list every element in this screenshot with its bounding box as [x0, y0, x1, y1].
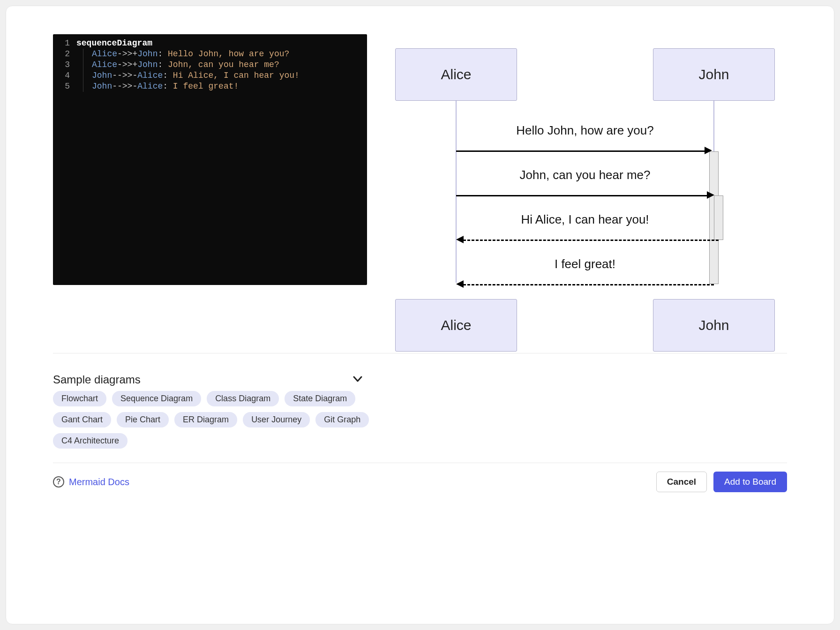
- message-arrow: [463, 240, 719, 241]
- line-number: 3: [53, 60, 76, 70]
- code-content: sequenceDiagram: [76, 38, 152, 49]
- line-number: 1: [53, 38, 76, 49]
- sample-chip[interactable]: Class Diagram: [207, 391, 279, 406]
- sample-chip[interactable]: ER Diagram: [174, 412, 237, 428]
- cancel-button[interactable]: Cancel: [656, 472, 707, 492]
- code-editor[interactable]: 1sequenceDiagram2Alice->>+John: Hello Jo…: [53, 34, 367, 285]
- arrowhead-icon: [707, 191, 714, 199]
- sample-chip[interactable]: Gant Chart: [53, 412, 111, 428]
- message-label: Hi Alice, I can hear you!: [458, 212, 712, 227]
- activation-bar: [714, 195, 723, 240]
- code-content: John-->>-Alice: I feel great!: [83, 81, 239, 92]
- sample-chip[interactable]: Sequence Diagram: [112, 391, 201, 406]
- chevron-down-icon: [353, 375, 362, 385]
- line-number: 5: [53, 81, 76, 92]
- line-number: 4: [53, 70, 76, 81]
- code-line[interactable]: 3Alice->>+John: John, can you hear me?: [53, 60, 367, 70]
- add-to-board-button[interactable]: Add to Board: [713, 472, 787, 492]
- message-arrow: [456, 195, 709, 196]
- code-content: John-->>-Alice: Hi Alice, I can hear you…: [83, 70, 300, 81]
- sample-chips: FlowchartSequence DiagramClass DiagramSt…: [53, 391, 372, 449]
- actor-box-alice-bottom: Alice: [395, 299, 517, 352]
- sample-chip[interactable]: Git Graph: [315, 412, 369, 428]
- sample-diagrams-header[interactable]: Sample diagrams: [53, 369, 362, 391]
- message-label: I feel great!: [458, 257, 712, 271]
- message-label: Hello John, how are you?: [458, 123, 712, 138]
- lifeline-alice: [456, 100, 457, 283]
- code-line[interactable]: 4John-->>-Alice: Hi Alice, I can hear yo…: [53, 70, 367, 81]
- code-content: Alice->>+John: John, can you hear me?: [83, 60, 279, 70]
- arrowhead-icon: [456, 280, 464, 288]
- sample-diagrams-title: Sample diagrams: [53, 373, 141, 386]
- sample-chip[interactable]: State Diagram: [285, 391, 355, 406]
- sample-chip[interactable]: Flowchart: [53, 391, 106, 406]
- docs-link-label: Mermaid Docs: [69, 477, 129, 488]
- actor-box-alice-top: Alice: [395, 48, 517, 101]
- sample-chip[interactable]: User Journey: [243, 412, 310, 428]
- message-label: John, can you hear me?: [458, 168, 712, 182]
- sample-chip[interactable]: Pie Chart: [117, 412, 169, 428]
- mermaid-docs-link[interactable]: ? Mermaid Docs: [53, 476, 129, 488]
- code-content: Alice->>+John: Hello John, how are you?: [83, 49, 289, 60]
- arrowhead-icon: [705, 147, 712, 154]
- message-arrow: [456, 150, 709, 152]
- sample-diagrams-section: Sample diagrams FlowchartSequence Diagra…: [6, 369, 834, 449]
- code-line[interactable]: 1sequenceDiagram: [53, 38, 367, 49]
- sample-chip[interactable]: C4 Architecture: [53, 433, 128, 449]
- diagram-preview: Alice John Hello John, how are you? John…: [381, 34, 787, 353]
- actor-box-john-top: John: [653, 48, 775, 101]
- help-icon: ?: [53, 476, 64, 488]
- dialog-card: 1sequenceDiagram2Alice->>+John: Hello Jo…: [6, 6, 834, 624]
- code-line[interactable]: 2Alice->>+John: Hello John, how are you?: [53, 49, 367, 60]
- code-line[interactable]: 5John-->>-Alice: I feel great!: [53, 81, 367, 92]
- arrowhead-icon: [456, 236, 464, 243]
- line-number: 2: [53, 49, 76, 60]
- actor-box-john-bottom: John: [653, 299, 775, 352]
- message-arrow: [463, 284, 714, 285]
